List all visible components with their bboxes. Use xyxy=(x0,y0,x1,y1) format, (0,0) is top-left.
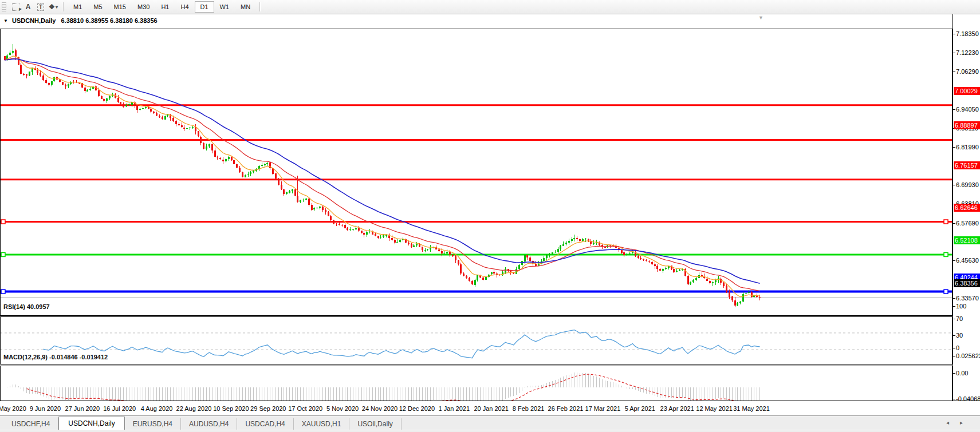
rsi-tick-label: 0 xyxy=(956,344,959,352)
chart-area[interactable] xyxy=(0,14,953,401)
price-tick-label: 6.57690 xyxy=(956,220,979,227)
timeframe-button-h1[interactable]: H1 xyxy=(155,1,175,13)
status-bar xyxy=(0,430,980,432)
pattern-f-icon[interactable]: F xyxy=(10,2,21,12)
date-tick-label: 24 Nov 2020 xyxy=(362,405,397,412)
date-tick-label: 9 Jun 2020 xyxy=(30,405,61,412)
toolbar-grip-handle[interactable] xyxy=(2,2,6,11)
date-tick-label: 21 May 2020 xyxy=(0,405,26,412)
chart-tab-usdcnh[interactable]: USDCNH,Daily xyxy=(58,417,124,430)
chart-shift-marker-icon[interactable]: ▼ xyxy=(758,15,763,21)
level-price-tag: 6.52108 xyxy=(954,236,980,244)
chart-tab-eurusd[interactable]: EURUSD,H4 xyxy=(125,418,181,430)
date-tick-label: 17 Oct 2020 xyxy=(288,405,322,412)
font-icon[interactable]: A xyxy=(22,2,34,12)
date-tick-label: 22 Aug 2020 xyxy=(176,405,212,412)
symbol-period-label: USDCNH,Daily xyxy=(12,17,56,24)
price-tick-label: 6.33570 xyxy=(956,295,979,302)
axis-tick xyxy=(953,373,955,374)
rsi-indicator-label: RSI(14) 40.0957 xyxy=(3,303,50,310)
date-tick-label: 12 Dec 2020 xyxy=(399,405,435,412)
axis-tick xyxy=(953,185,955,185)
price-tick-label: 6.81990 xyxy=(956,144,979,151)
axis-tick xyxy=(953,223,955,224)
timeframe-button-d1[interactable]: D1 xyxy=(195,1,214,13)
axis-tick xyxy=(953,260,955,261)
rsi-tick-label: 70 xyxy=(956,315,963,323)
date-tick-label: 5 Apr 2021 xyxy=(625,405,655,412)
date-tick-label: 5 Nov 2020 xyxy=(326,405,359,412)
current-price-tag: 6.38356 xyxy=(954,279,980,287)
chart-title: ▼ USDCNH,Daily 6.38810 6.38955 6.38180 6… xyxy=(3,17,158,24)
chart-tab-usoil[interactable]: USOil,Daily xyxy=(349,418,401,430)
timeframe-group: M1M5M15M30H1H4D1W1MN xyxy=(68,1,256,13)
level-price-tag: 7.00029 xyxy=(954,87,980,95)
chart-tab-audusd[interactable]: AUDUSD,H4 xyxy=(181,418,237,430)
price-tick-label: 7.06290 xyxy=(956,68,979,76)
date-tick-label: 27 Jun 2020 xyxy=(65,405,100,412)
timeframe-button-m1[interactable]: M1 xyxy=(68,1,88,13)
price-tick-label: 7.18350 xyxy=(956,30,979,38)
date-tick-label: 20 Jan 2021 xyxy=(474,405,509,412)
toolbar: F A T ❖▾ M1M5M15M30H1H4D1W1MN xyxy=(0,0,980,14)
date-tick-label: 10 Sep 2020 xyxy=(213,405,249,412)
text-label-icon[interactable]: T xyxy=(35,2,46,12)
date-axis[interactable]: 21 May 20209 Jun 202027 Jun 202016 Jul 2… xyxy=(0,401,980,416)
axis-tick xyxy=(953,335,955,336)
tab-scroll-left-icon[interactable]: ◂ xyxy=(946,419,949,426)
date-tick-label: 16 Jul 2020 xyxy=(103,405,136,412)
date-tick-label: 8 Feb 2021 xyxy=(513,405,545,412)
axis-tick xyxy=(953,34,955,34)
date-tick-label: 29 Sep 2020 xyxy=(250,405,286,412)
level-price-tag: 6.88897 xyxy=(954,121,980,129)
tab-scroll-right-icon[interactable]: ▸ xyxy=(960,419,963,426)
rsi-panel[interactable] xyxy=(0,316,953,365)
main-price-panel[interactable] xyxy=(0,29,953,316)
collapse-triangle-icon[interactable]: ▼ xyxy=(3,18,8,23)
price-tick-label: 7.12230 xyxy=(956,49,979,57)
toolbar-separator xyxy=(259,2,261,11)
chart-tab-usdcad[interactable]: USDCAD,H4 xyxy=(237,418,293,430)
date-tick-label: 26 Feb 2021 xyxy=(548,405,584,412)
date-tick-label: 12 May 2021 xyxy=(696,405,733,412)
timeframe-button-m15[interactable]: M15 xyxy=(108,1,132,13)
date-tick-label: 31 May 2021 xyxy=(733,405,770,412)
level-price-tag: 6.62646 xyxy=(954,204,980,212)
macd-tick-label: 0.00 xyxy=(956,370,968,377)
axis-tick xyxy=(953,298,955,299)
date-tick-label: 23 Apr 2021 xyxy=(660,405,694,412)
axis-tick xyxy=(953,72,955,72)
axis-tick xyxy=(953,319,955,319)
axis-tick xyxy=(953,356,955,356)
price-tick-label: 6.69930 xyxy=(956,181,979,189)
level-price-tag: 6.76157 xyxy=(954,161,980,169)
price-tick-label: 6.94050 xyxy=(956,106,979,113)
axis-tick xyxy=(953,53,955,53)
price-tick-label: 6.45630 xyxy=(956,257,979,264)
axis-tick xyxy=(953,306,955,307)
timeframe-button-h4[interactable]: H4 xyxy=(175,1,194,13)
macd-tick-label: 0.025623 xyxy=(956,352,980,360)
toolbar-separator xyxy=(63,2,64,11)
timeframe-button-w1[interactable]: W1 xyxy=(214,1,235,13)
dropdown-caret-icon[interactable]: ▾ xyxy=(56,5,58,10)
timeframe-button-mn[interactable]: MN xyxy=(235,1,256,13)
rsi-tick-label: 30 xyxy=(956,332,963,339)
axis-tick xyxy=(953,399,955,399)
chart-tab-bar: USDCHF,H4USDCNH,DailyEURUSD,H4AUDUSD,H4U… xyxy=(0,415,980,430)
rsi-tick-label: 100 xyxy=(956,303,966,310)
date-tick-label: 4 Aug 2020 xyxy=(141,405,173,412)
axis-tick xyxy=(953,109,955,110)
objects-icon[interactable]: ❖▾ xyxy=(48,2,59,12)
axis-tick xyxy=(953,147,955,148)
timeframe-button-m30[interactable]: M30 xyxy=(132,1,155,13)
chart-tab-usdchf[interactable]: USDCHF,H4 xyxy=(3,418,58,430)
timeframe-button-m5[interactable]: M5 xyxy=(88,1,108,13)
chart-tab-xauusd[interactable]: XAUUSD,H1 xyxy=(294,418,350,430)
ohlc-values: 6.38810 6.38955 6.38180 6.38356 xyxy=(61,17,157,24)
date-tick-label: 17 Mar 2021 xyxy=(585,405,621,412)
price-axis[interactable]: 7.183507.122307.062906.940506.881106.819… xyxy=(953,14,980,401)
date-tick-label: 1 Jan 2021 xyxy=(439,405,470,412)
axis-tick xyxy=(953,348,955,348)
macd-indicator-label: MACD(12,26,9) -0.014846 -0.019412 xyxy=(3,354,108,360)
